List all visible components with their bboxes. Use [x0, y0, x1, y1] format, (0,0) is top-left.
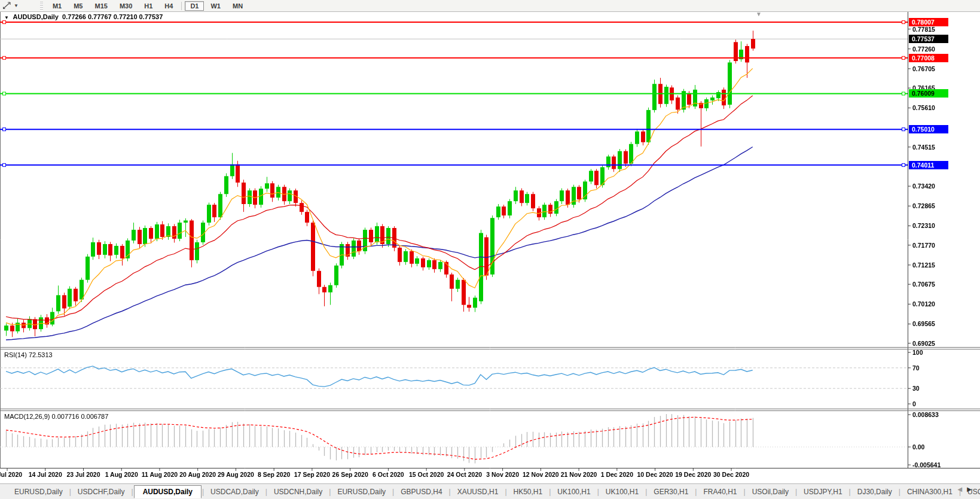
- price-axis-tick: 0.70675: [912, 280, 935, 288]
- date-axis-label: 20 Aug 2020: [179, 471, 216, 478]
- rsi-indicator-label: RSI(14) 72.5313: [4, 351, 53, 358]
- date-axis-label: 23 Jul 2020: [66, 471, 100, 478]
- timeframe-button-H4[interactable]: H4: [159, 1, 178, 11]
- timeframe-button-M5[interactable]: M5: [68, 1, 88, 11]
- tab-separator: |: [132, 488, 133, 496]
- date-axis-label: 26 Sep 2020: [332, 471, 368, 478]
- price-axis-tick: 0.76705: [912, 65, 935, 73]
- tab-separator: |: [505, 488, 506, 496]
- date-axis-label: 6 Oct 2020: [373, 471, 404, 478]
- price-axis-tick: 0.74515: [912, 143, 935, 151]
- tab-separator: |: [392, 488, 394, 496]
- timeframe-buttons: M1M5M15M30H1H4D1W1MN: [47, 1, 249, 11]
- toolbar-grip[interactable]: [40, 2, 43, 10]
- date-axis-label: 1 Dec 2020: [601, 471, 633, 478]
- chart-tab-USDCHF-Daily[interactable]: USDCHF,Daily: [72, 486, 131, 498]
- date-axis-label: 4 Jul 2020: [0, 471, 22, 478]
- tab-separator: |: [744, 488, 746, 496]
- chart-tab-USDCAD-Daily[interactable]: USDCAD,Daily: [204, 486, 265, 498]
- tab-separator: |: [69, 488, 71, 496]
- chart-tab-XAUUSD-H1[interactable]: XAUUSD,H1: [451, 486, 505, 498]
- chart-tab-bar: EURUSD,Daily|USDCHF,Daily|AUDUSD,Daily|U…: [0, 483, 980, 499]
- price-axis-tick: 0.72310: [912, 221, 935, 230]
- price-axis-tick: 0.77260: [912, 45, 935, 53]
- tab-separator: |: [645, 488, 647, 496]
- macd-axis-tick: -0.005641: [912, 461, 941, 469]
- tab-separator: |: [449, 488, 451, 496]
- mt4-chart-window: ▼ M1M5M15M30H1H4D1W1MN ▼ AUDUSD,Daily 0.…: [0, 0, 980, 499]
- chart-tab-USDJPY-H1[interactable]: USDJPY,H1: [798, 486, 848, 498]
- chart-symbol-label: AUDUSD,Daily: [13, 13, 59, 20]
- current-price-badge: 0.77537: [909, 35, 948, 43]
- chart-tab-GER30-H1[interactable]: GER30,H1: [648, 486, 694, 498]
- indicator-window-collapse-icon[interactable]: ▼: [4, 15, 9, 20]
- chart-tab-EURUSD-Daily[interactable]: EURUSD,Daily: [331, 486, 392, 498]
- rsi-axis-tick: 70: [912, 364, 920, 372]
- rsi-axis-tick: 0: [912, 400, 916, 408]
- chart-tab-UK100-H1[interactable]: UK100,H1: [600, 486, 645, 498]
- price-axis-tick: 0.73420: [912, 182, 935, 190]
- tab-separator: |: [899, 488, 900, 496]
- tab-separator: |: [849, 488, 851, 496]
- macd-indicator-label: MACD(12,26,9) 0.007716 0.006787: [4, 413, 108, 420]
- timeframe-button-M30[interactable]: M30: [114, 1, 138, 11]
- timeframe-button-M1[interactable]: M1: [47, 1, 67, 11]
- tab-separator: |: [329, 488, 331, 496]
- date-axis-label: 29 Aug 2020: [218, 471, 254, 478]
- chart-tab-UK100-H1[interactable]: UK100,H1: [551, 486, 596, 498]
- date-axis-label: 3 Nov 2020: [486, 471, 519, 478]
- date-axis-label: 11 Aug 2020: [142, 471, 178, 478]
- date-axis-label: 19 Dec 2020: [675, 471, 711, 478]
- tab-scroll-left-icon[interactable]: ◀: [958, 486, 967, 492]
- date-axis-label: 1 Aug 2020: [105, 471, 138, 478]
- tab-separator: |: [265, 488, 267, 496]
- chart-tab-USOil-Daily[interactable]: USOil,Daily: [746, 486, 795, 498]
- macd-axis-tick: 0.008633: [912, 410, 939, 419]
- date-axis-label: 24 Oct 2020: [447, 471, 482, 478]
- timeframe-button-H1[interactable]: H1: [139, 1, 158, 11]
- price-axis-tick: 0.71770: [912, 241, 935, 250]
- price-axis-tick: 0.72865: [912, 202, 935, 210]
- tab-scroll-right-icon[interactable]: ▶: [967, 486, 976, 492]
- hline-price-badge: 0.76009: [909, 89, 948, 98]
- timeframe-toolbar: ▼ M1M5M15M30H1H4D1W1MN: [0, 0, 980, 12]
- date-axis-label: 10 Dec 2020: [637, 471, 673, 478]
- chart-canvas[interactable]: [0, 0, 980, 499]
- hline-price-badge: 0.77008: [909, 54, 948, 62]
- date-axis-label: 17 Sep 2020: [294, 471, 330, 478]
- chart-tab-HK50-H1[interactable]: HK50,H1: [508, 486, 549, 498]
- crosshair-tool-icon: [2, 2, 12, 10]
- date-axis-label: 14 Jul 2020: [29, 471, 62, 478]
- hline-price-badge: 0.75010: [909, 125, 948, 133]
- chart-tab-USDCNH-Daily[interactable]: USDCNH,Daily: [268, 486, 328, 498]
- chart-title-overlay: ▼ AUDUSD,Daily 0.77266 0.77767 0.77210 0…: [4, 13, 163, 20]
- price-axis-tick: 0.69565: [912, 320, 935, 328]
- chart-ohlc-values: 0.77266 0.77767 0.77210 0.77537: [62, 13, 163, 20]
- price-axis-tick: 0.70120: [912, 300, 935, 308]
- hline-price-badge: 0.74011: [909, 161, 948, 169]
- tab-separator: |: [549, 488, 551, 496]
- chart-shift-marker-icon[interactable]: ▼: [756, 11, 762, 17]
- price-axis-tick: 0.71215: [912, 261, 935, 269]
- rsi-axis-tick: 30: [912, 384, 920, 392]
- chart-tab-AUDUSD-Daily[interactable]: AUDUSD,Daily: [134, 485, 202, 498]
- chart-tab-FRA40-H1[interactable]: FRA40,H1: [697, 486, 743, 498]
- date-axis-label: 21 Nov 2020: [561, 471, 597, 478]
- timeframe-button-D1[interactable]: D1: [185, 1, 204, 11]
- macd-axis-tick: 0.00: [912, 443, 924, 451]
- date-axis-label: 12 Nov 2020: [523, 471, 559, 478]
- chart-tab-CHINA300-H1[interactable]: CHINA300,H1: [901, 486, 958, 498]
- toolbar-separator: [181, 2, 182, 10]
- chart-tab-GBPUSD-H4[interactable]: GBPUSD,H4: [395, 486, 448, 498]
- dropdown-arrow-icon[interactable]: ▼: [14, 3, 19, 8]
- cursor-tool-button[interactable]: ▼: [2, 2, 19, 10]
- timeframe-button-MN[interactable]: MN: [227, 1, 248, 11]
- chart-tab-DJ30-Daily[interactable]: DJ30,Daily: [851, 486, 898, 498]
- date-axis-label: 8 Sep 2020: [258, 471, 290, 478]
- price-axis-tick: 0.69025: [912, 339, 935, 348]
- timeframe-button-M15[interactable]: M15: [89, 1, 112, 11]
- hline-price-badge: 0.78007: [909, 18, 948, 26]
- chart-tab-EURUSD-Daily[interactable]: EURUSD,Daily: [8, 486, 69, 498]
- timeframe-button-W1[interactable]: W1: [205, 1, 226, 11]
- tab-separator: |: [695, 488, 697, 496]
